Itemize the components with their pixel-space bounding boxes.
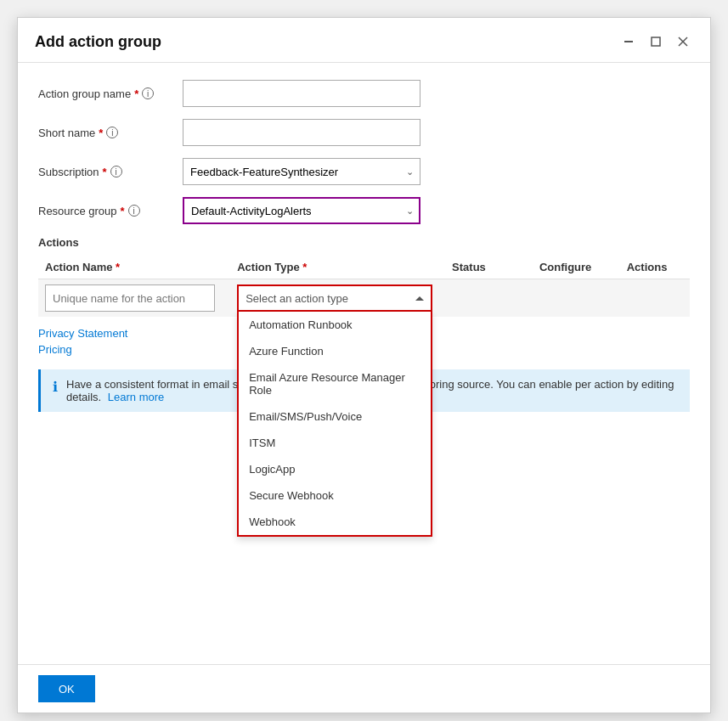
dropdown-item-automation-runbook[interactable]: Automation Runbook <box>239 312 431 338</box>
minimize-button[interactable] <box>618 31 639 52</box>
short-name-label: Short name * i <box>38 127 174 139</box>
action-group-name-row: Action group name * i <box>38 80 690 107</box>
actions-table: Action Name * Action Type * Status Confi… <box>38 256 690 317</box>
ok-button[interactable]: OK <box>38 675 95 702</box>
action-name-header: Action Name * <box>38 256 230 279</box>
resource-group-select[interactable]: Default-ActivityLogAlerts <box>183 197 420 224</box>
dialog-title: Add action group <box>35 33 161 51</box>
learn-more-link[interactable]: Learn more <box>108 391 164 403</box>
actions-section: Actions Action Name * Action Type * Stat… <box>38 236 690 317</box>
resource-group-select-wrapper: Default-ActivityLogAlerts ⌄ <box>183 197 420 224</box>
svg-rect-0 <box>624 41 633 42</box>
dropdown-item-webhook[interactable]: Webhook <box>239 509 431 535</box>
table-row: Select an action type Automation Runbook… <box>38 279 690 318</box>
dialog-body: Action group name * i Short name * i Sub… <box>18 63 710 664</box>
short-name-info-icon[interactable]: i <box>106 127 118 138</box>
resource-group-row: Resource group * i Default-ActivityLogAl… <box>38 197 690 224</box>
status-cell <box>445 279 533 318</box>
required-star-sub: * <box>103 166 107 178</box>
actions-col-header: Actions <box>620 256 690 279</box>
configure-cell <box>533 279 620 318</box>
dropdown-chevron-up-icon <box>415 296 424 301</box>
resource-group-info-icon[interactable]: i <box>128 205 140 217</box>
subscription-label: Subscription * i <box>38 166 174 178</box>
action-group-name-input[interactable] <box>183 80 420 107</box>
svg-rect-1 <box>652 37 660 46</box>
dialog-controls <box>618 31 693 52</box>
maximize-button[interactable] <box>646 31 666 52</box>
required-star: * <box>134 87 138 100</box>
action-type-dropdown-trigger[interactable]: Select an action type <box>237 284 432 312</box>
dropdown-item-logicapp[interactable]: LogicApp <box>239 456 431 482</box>
action-group-name-info-icon[interactable]: i <box>142 87 154 99</box>
short-name-row: Short name * i <box>38 119 690 146</box>
action-type-header: Action Type * <box>230 256 445 279</box>
action-type-dropdown-menu: Automation Runbook Azure Function Email … <box>237 312 432 537</box>
subscription-select[interactable]: Feedback-FeatureSynthesizer <box>183 158 420 185</box>
action-type-dropdown-container: Select an action type Automation Runbook… <box>237 284 432 312</box>
action-name-input[interactable] <box>45 284 215 312</box>
dropdown-item-email-sms[interactable]: Email/SMS/Push/Voice <box>239 403 431 430</box>
dropdown-item-secure-webhook[interactable]: Secure Webhook <box>239 482 431 509</box>
dropdown-item-azure-function[interactable]: Azure Function <box>239 338 431 364</box>
configure-header: Configure <box>533 256 620 279</box>
subscription-row: Subscription * i Feedback-FeatureSynthes… <box>38 158 690 185</box>
actions-section-title: Actions <box>38 236 690 249</box>
required-star-rg: * <box>121 205 125 217</box>
action-type-cell: Select an action type Automation Runbook… <box>230 279 445 318</box>
required-star-short: * <box>99 127 103 139</box>
subscription-info-icon[interactable]: i <box>110 166 122 177</box>
info-banner-icon: ℹ <box>53 379 58 395</box>
subscription-select-wrapper: Feedback-FeatureSynthesizer ⌄ <box>183 158 420 185</box>
status-header: Status <box>445 256 533 279</box>
close-button[interactable] <box>673 31 693 52</box>
resource-group-label: Resource group * i <box>38 205 174 217</box>
add-action-group-dialog: Add action group Action group name * i <box>17 17 711 713</box>
dropdown-item-itsm[interactable]: ITSM <box>239 430 431 456</box>
dialog-header: Add action group <box>18 18 710 63</box>
action-type-placeholder: Select an action type <box>245 292 348 305</box>
dropdown-item-email-arm-role[interactable]: Email Azure Resource Manager Role <box>239 364 431 403</box>
action-name-cell <box>38 279 230 318</box>
dialog-footer: OK <box>18 664 710 713</box>
action-group-name-label: Action group name * i <box>38 87 174 100</box>
actions-cell <box>620 279 690 318</box>
short-name-input[interactable] <box>183 119 420 146</box>
